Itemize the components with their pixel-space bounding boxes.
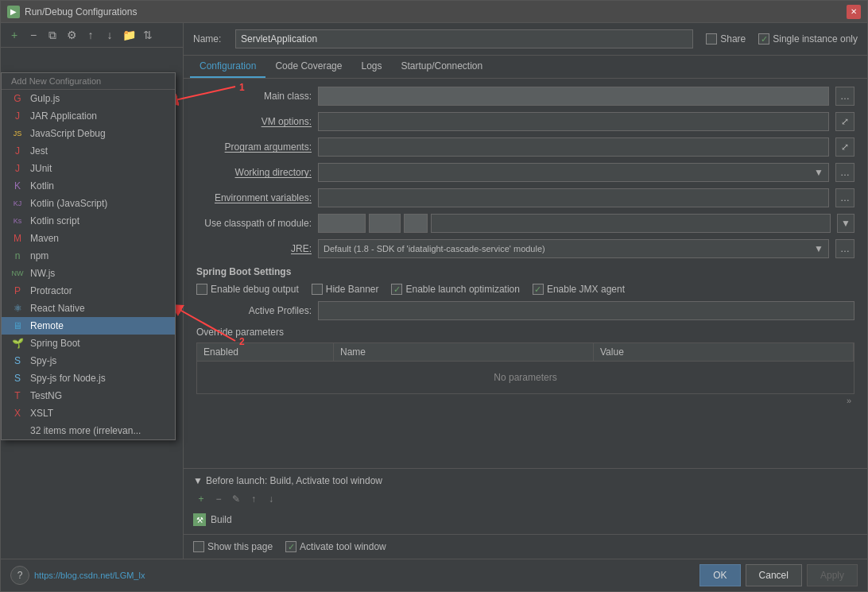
working-dir-browse-button[interactable]: … — [835, 163, 854, 182]
program-args-input[interactable] — [318, 137, 829, 157]
share-checkbox[interactable] — [706, 33, 717, 44]
launch-up-button[interactable]: ↑ — [246, 491, 262, 507]
activate-window-setting: Activate tool window — [285, 541, 386, 552]
activate-window-checkbox[interactable] — [285, 541, 296, 552]
close-button[interactable]: ✕ — [847, 5, 861, 19]
tab-code-coverage[interactable]: Code Coverage — [265, 56, 351, 78]
run-debug-window: ▶ Run/Debug Configurations ✕ + − ⧉ ⚙ ↑ ↓… — [0, 0, 868, 592]
add-config-button[interactable]: + — [6, 26, 23, 44]
dropdown-item-testng[interactable]: T TestNG — [2, 387, 175, 404]
dropdown-item-jar[interactable]: J JAR Application — [2, 107, 175, 125]
dropdown-header: Add New Configuration — [2, 73, 175, 90]
dropdown-item-protractor[interactable]: P Protractor — [2, 282, 175, 300]
working-dir-select[interactable]: ▼ — [318, 163, 829, 182]
main-class-browse-button[interactable]: … — [835, 87, 854, 106]
folder-button[interactable]: 📁 — [120, 26, 138, 44]
launch-remove-button[interactable]: − — [211, 491, 227, 507]
dropdown-item-react-native[interactable]: ⚛ React Native — [2, 300, 175, 317]
jmx-agent-checkbox[interactable] — [533, 284, 544, 295]
name-bar: Name: Share Single instance only — [184, 23, 867, 56]
program-args-expand-button[interactable]: ⤢ — [835, 137, 854, 157]
apply-button[interactable]: Apply — [807, 564, 858, 586]
main-content: + − ⧉ ⚙ ↑ ↓ 📁 ⇅ Add New Configuration G … — [1, 23, 867, 559]
launch-add-button[interactable]: + — [193, 491, 209, 507]
dropdown-item-junit[interactable]: J JUnit — [2, 160, 175, 177]
program-args-label: Program arguments: — [196, 141, 312, 153]
name-input[interactable] — [235, 29, 693, 48]
build-item: ⚒ Build — [193, 512, 858, 528]
tab-configuration[interactable]: Configuration — [190, 56, 265, 78]
dropdown-item-jest[interactable]: J Jest — [2, 142, 175, 160]
main-class-input[interactable] — [318, 87, 829, 106]
active-profiles-input[interactable] — [318, 301, 854, 320]
before-launch-title: ▼ Before launch: Build, Activate tool wi… — [193, 475, 858, 486]
jre-select[interactable]: Default (1.8 - SDK of 'idatalight-cascad… — [318, 239, 829, 258]
launch-optimization-checkbox[interactable] — [391, 284, 402, 295]
env-vars-input[interactable] — [318, 188, 829, 207]
dropdown-item-xslt[interactable]: X XSLT — [2, 404, 175, 422]
jre-browse-button[interactable]: … — [835, 239, 854, 258]
active-profiles-row: Active Profiles: — [196, 301, 854, 320]
share-area: Share — [706, 33, 746, 44]
dropdown-item-spyjs-node[interactable]: S Spy-js for Node.js — [2, 370, 175, 387]
working-dir-row: Working directory: ▼ … — [196, 163, 854, 182]
cancel-button[interactable]: Cancel — [746, 564, 802, 586]
tab-logs[interactable]: Logs — [351, 56, 391, 78]
dropdown-item-maven[interactable]: M Maven — [2, 230, 175, 247]
hide-banner-checkbox[interactable] — [312, 284, 323, 295]
kotlin-icon: K — [11, 180, 24, 192]
move-up-button[interactable]: ↑ — [82, 26, 99, 44]
more-items-indicator: » — [196, 394, 854, 407]
single-instance-area: Single instance only — [758, 33, 858, 44]
classpath-arrow: ▼ — [837, 214, 854, 233]
dropdown-item-npm[interactable]: n npm — [2, 247, 175, 265]
move-down-button[interactable]: ↓ — [101, 26, 118, 44]
jre-value: Default (1.8 - SDK of 'idatalight-cascad… — [324, 244, 545, 253]
copy-config-button[interactable]: ⧉ — [44, 26, 61, 44]
xslt-icon: X — [11, 407, 24, 420]
sort-button[interactable]: ⇅ — [139, 26, 157, 44]
window-icon: ▶ — [7, 6, 20, 18]
debug-output-checkbox[interactable] — [196, 284, 207, 295]
before-launch-section: ▼ Before launch: Build, Activate tool wi… — [184, 468, 867, 534]
vm-options-expand-button[interactable]: ⤢ — [835, 112, 854, 131]
remote-icon: 🖥 — [11, 319, 24, 332]
single-instance-checkbox[interactable] — [758, 33, 769, 44]
env-vars-browse-button[interactable]: … — [835, 188, 854, 207]
vm-options-input[interactable] — [318, 112, 829, 131]
help-button[interactable]: ? — [10, 566, 29, 585]
dialog-footer: ? https://blog.csdn.net/LGM_lx OK Cancel… — [1, 559, 867, 591]
react-native-icon: ⚛ — [11, 302, 24, 315]
program-args-row: Program arguments: ⤢ — [196, 137, 854, 157]
remove-config-button[interactable]: − — [25, 26, 42, 44]
config-area: Main class: … VM options: ⤢ Program argu… — [184, 79, 867, 468]
add-config-dropdown: Add New Configuration G Gulp.js J JAR Ap… — [1, 72, 176, 440]
jre-label: JRE: — [196, 243, 312, 254]
vm-options-row: VM options: ⤢ — [196, 112, 854, 131]
dropdown-item-kotlin[interactable]: K Kotlin — [2, 177, 175, 195]
launch-optimization-label: Enable launch optimization — [405, 284, 519, 295]
dropdown-item-nwjs[interactable]: NW NW.js — [2, 265, 175, 282]
show-page-checkbox[interactable] — [193, 541, 204, 552]
working-dir-arrow: ▼ — [814, 167, 823, 178]
dropdown-item-kotlin-script[interactable]: Ks Kotlin script — [2, 212, 175, 230]
vm-options-label: VM options: — [196, 116, 312, 127]
tab-startup-connection[interactable]: Startup/Connection — [391, 56, 492, 78]
spring-boot-settings-row: Enable debug output Hide Banner Enable l… — [196, 284, 854, 295]
dropdown-item-jsdebug[interactable]: JS JavaScript Debug — [2, 125, 175, 142]
nwjs-icon: NW — [11, 267, 24, 280]
jre-arrow: ▼ — [814, 243, 823, 254]
dropdown-item-spyjs[interactable]: S Spy-js — [2, 352, 175, 370]
active-profiles-label: Active Profiles: — [196, 305, 312, 316]
env-vars-label: Environment variables: — [196, 192, 312, 203]
ok-button[interactable]: OK — [699, 564, 740, 586]
launch-edit-button[interactable]: ✎ — [228, 491, 244, 507]
dropdown-item-gulpjs[interactable]: G Gulp.js — [2, 90, 175, 107]
jest-icon: J — [11, 145, 24, 157]
dropdown-item-more[interactable]: 32 items more (irrelevan... — [2, 422, 175, 439]
launch-down-button[interactable]: ↓ — [263, 491, 279, 507]
settings-config-button[interactable]: ⚙ — [63, 26, 80, 44]
dropdown-item-spring-boot[interactable]: 🌱 Spring Boot — [2, 335, 175, 352]
dropdown-item-remote[interactable]: 🖥 Remote — [2, 317, 175, 335]
dropdown-item-kotlin-js[interactable]: KJ Kotlin (JavaScript) — [2, 195, 175, 212]
